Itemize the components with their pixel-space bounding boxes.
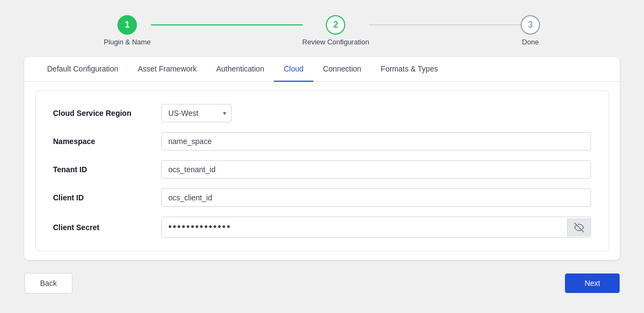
tenant-id-input[interactable] [161,160,591,179]
step-1: 1 Plugin & Name [104,15,151,46]
tab-formats-types[interactable]: Formats & Types [371,57,448,82]
step-line-1 [151,24,303,25]
next-button[interactable]: Next [565,273,620,293]
client-id-input[interactable] [161,188,591,207]
form-row-client-id: Client ID [53,188,591,207]
tab-authentication[interactable]: Authentication [206,57,274,82]
step-line-2 [369,24,521,25]
client-secret-input[interactable] [162,217,567,237]
form-row-namespace: Namespace [53,132,591,151]
eye-off-icon [574,223,584,232]
step-1-circle: 1 [117,15,137,35]
label-client-id: Client ID [53,193,161,202]
step-3-label: Done [522,38,539,46]
step-2-circle: 2 [326,15,345,35]
tab-default-configuration[interactable]: Default Configuration [37,57,128,82]
step-3-circle: 3 [521,15,540,35]
step-3: 3 Done [521,15,540,46]
bottom-bar: Back Next [24,260,620,294]
client-secret-wrapper [161,217,591,238]
stepper: 1 Plugin & Name 2 Review Configuration 3… [0,0,644,57]
label-client-secret: Client Secret [53,223,161,232]
label-namespace: Namespace [53,137,161,146]
label-tenant-id: Tenant ID [53,165,161,174]
tabs-bar: Default Configuration Asset Framework Au… [24,57,620,82]
label-region: Cloud Service Region [53,109,161,118]
tab-content-cloud: Cloud Service Region US-West US-East EU-… [35,90,609,251]
toggle-password-visibility-button[interactable] [567,218,590,237]
tab-asset-framework[interactable]: Asset Framework [128,57,207,82]
step-2-label: Review Configuration [303,38,370,46]
step-2: 2 Review Configuration [303,15,370,46]
back-button[interactable]: Back [24,273,73,294]
form-row-region: Cloud Service Region US-West US-East EU-… [53,104,591,122]
namespace-input[interactable] [161,132,591,151]
tab-cloud[interactable]: Cloud [274,57,313,82]
region-select[interactable]: US-West US-East EU-West AP-South [161,104,232,122]
region-select-wrapper[interactable]: US-West US-East EU-West AP-South ▾ [161,104,232,122]
tab-connection[interactable]: Connection [313,57,371,82]
form-row-client-secret: Client Secret [53,217,591,238]
main-card: Default Configuration Asset Framework Au… [24,57,620,260]
step-1-label: Plugin & Name [104,38,151,46]
form-row-tenant-id: Tenant ID [53,160,591,179]
